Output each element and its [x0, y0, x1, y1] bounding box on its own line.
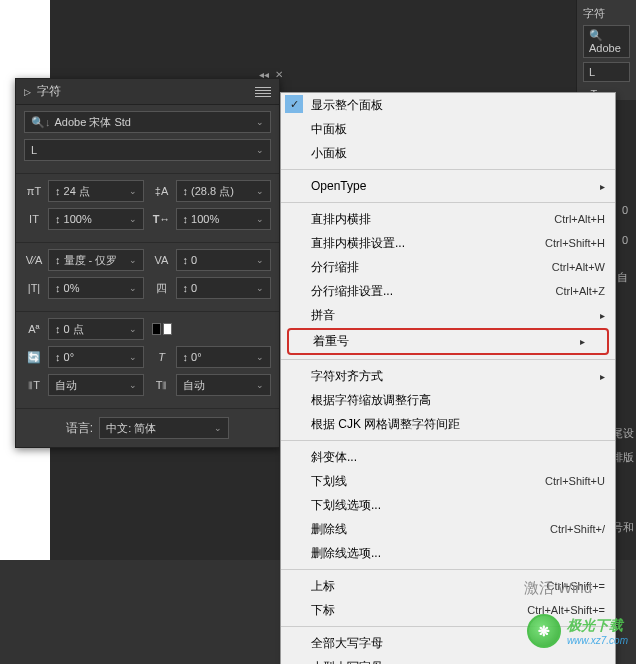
menu-show-full[interactable]: ✓ 显示整个面板 [281, 93, 615, 117]
menu-cjk-grid[interactable]: 根据 CJK 网格调整字符间距 [281, 412, 615, 436]
menu-kenten[interactable]: 着重号▸ [287, 328, 609, 355]
windows-activation-text: 激活 Wind [524, 579, 592, 598]
chevron-down-icon: ⌄ [256, 145, 264, 155]
menu-separator [281, 569, 615, 570]
mojikumi-after-dropdown[interactable]: 自动⌄ [176, 374, 272, 396]
menu-strike-opts[interactable]: 删除线选项... [281, 541, 615, 565]
language-section: 语言: 中文: 简体⌄ [16, 408, 279, 447]
language-label: 语言: [66, 420, 93, 437]
aki-dropdown[interactable]: ↕ 0 点⌄ [48, 318, 144, 340]
menu-separator [281, 202, 615, 203]
font-family-dropdown[interactable]: 🔍↓Adobe 宋体 Std ⌄ [24, 111, 271, 133]
bg-val: 自 [617, 270, 628, 285]
panel-menu-icon[interactable] [255, 86, 271, 98]
skew-dropdown[interactable]: ↕ 0°⌄ [176, 346, 272, 368]
menu-underline-opts[interactable]: 下划线选项... [281, 493, 615, 517]
baseline-dropdown[interactable]: ↕ 0%⌄ [48, 277, 144, 299]
menu-opentype[interactable]: OpenType▸ [281, 174, 615, 198]
font-size-dropdown[interactable]: ↕ 24 点⌄ [48, 180, 144, 202]
menu-show-mid[interactable]: 中面板 [281, 117, 615, 141]
submenu-arrow-icon: ▸ [600, 310, 605, 321]
panel-titlebar[interactable]: ▷ 字符 [16, 79, 279, 105]
menu-ruby[interactable]: 拼音▸ [281, 303, 615, 327]
collapse-icon[interactable]: ◂◂ [259, 69, 269, 80]
menu-warichu-settings[interactable]: 分行缩排设置...Ctrl+Alt+Z [281, 279, 615, 303]
bg-val: 0 [622, 204, 628, 216]
mini-char-panel: 字符 🔍Adobe L πT [576, 0, 636, 100]
color-swatches-icon[interactable] [152, 321, 172, 337]
menu-show-small[interactable]: 小面板 [281, 141, 615, 165]
menu-separator [281, 626, 615, 627]
submenu-arrow-icon: ▸ [580, 336, 585, 347]
kerning-icon: V⁄A [24, 252, 44, 268]
mini-weight[interactable]: L [583, 62, 630, 82]
menu-underline[interactable]: 下划线Ctrl+Shift+U [281, 469, 615, 493]
menu-strike[interactable]: 删除线Ctrl+Shift+/ [281, 517, 615, 541]
hscale-icon: T↔ [152, 211, 172, 227]
panel-title: 字符 [37, 83, 61, 100]
aki-icon: Aª [24, 321, 44, 337]
chevron-down-icon: ⌄ [256, 117, 264, 127]
vscale-dropdown[interactable]: ↕ 100%⌄ [48, 208, 144, 230]
font-section: 🔍↓Adobe 宋体 Std ⌄ L ⌄ [16, 105, 279, 173]
language-dropdown[interactable]: 中文: 简体⌄ [99, 417, 229, 439]
menu-prop-metrics[interactable]: 根据字符缩放调整行高 [281, 388, 615, 412]
mini-title: 字符 [583, 6, 630, 21]
submenu-arrow-icon: ▸ [600, 181, 605, 192]
menu-subscript[interactable]: 下标Ctrl+Alt+Shift+= [281, 598, 615, 622]
mojikumi-after-icon: T⦀ [152, 377, 172, 393]
vscale-icon: IT [24, 211, 44, 227]
mini-font[interactable]: 🔍Adobe [583, 25, 630, 58]
kerning-dropdown[interactable]: ↕ 量度 - 仅罗⌄ [48, 249, 144, 271]
menu-smallcaps[interactable]: 小型大写字母 [281, 655, 615, 664]
menu-char-align[interactable]: 字符对齐方式▸ [281, 364, 615, 388]
size-section: πT ↕ 24 点⌄ ‡A ↕ (28.8 点)⌄ IT ↕ 100%⌄ T↔ … [16, 173, 279, 242]
leading-dropdown[interactable]: ↕ (28.8 点)⌄ [176, 180, 272, 202]
character-panel: ◂◂ ✕ ▷ 字符 🔍↓Adobe 宋体 Std ⌄ L ⌄ πT ↕ 24 点 [15, 78, 280, 448]
baseline-icon: |T| [24, 280, 44, 296]
search-icon: 🔍↓ [31, 116, 51, 128]
menu-warichu[interactable]: 分行缩排Ctrl+Alt+W [281, 255, 615, 279]
menu-separator [281, 359, 615, 360]
rotate-icon: 🔄 [24, 349, 44, 365]
mojikumi-before-dropdown[interactable]: 自动⌄ [48, 374, 144, 396]
tracking-dropdown[interactable]: ↕ 0⌄ [176, 249, 272, 271]
tsume-icon: 四 [152, 280, 172, 296]
menu-separator [281, 440, 615, 441]
menu-separator [281, 169, 615, 170]
close-icon[interactable]: ✕ [275, 69, 283, 80]
expand-icon[interactable]: ▷ [24, 87, 31, 97]
hscale-dropdown[interactable]: ↕ 100%⌄ [176, 208, 272, 230]
menu-allcaps[interactable]: 全部大写字母 [281, 631, 615, 655]
rotate-dropdown[interactable]: ↕ 0°⌄ [48, 346, 144, 368]
menu-tcy-settings[interactable]: 直排内横排设置...Ctrl+Shift+H [281, 231, 615, 255]
font-weight-dropdown[interactable]: L ⌄ [24, 139, 271, 161]
kerning-section: V⁄A ↕ 量度 - 仅罗⌄ VA ↕ 0⌄ |T| ↕ 0%⌄ 四 ↕ 0⌄ [16, 242, 279, 311]
tracking-icon: VA [152, 252, 172, 268]
tsume-dropdown[interactable]: ↕ 0⌄ [176, 277, 272, 299]
bg-val: 0 [622, 234, 628, 246]
font-size-icon: πT [24, 183, 44, 199]
panel-window-controls[interactable]: ◂◂ ✕ [259, 69, 283, 80]
leading-icon: ‡A [152, 183, 172, 199]
submenu-arrow-icon: ▸ [600, 371, 605, 382]
menu-tcy[interactable]: 直排内横排Ctrl+Alt+H [281, 207, 615, 231]
mojikumi-before-icon: ⦀T [24, 377, 44, 393]
menu-italic[interactable]: 斜变体... [281, 445, 615, 469]
check-icon: ✓ [285, 95, 303, 113]
skew-icon: T [152, 349, 172, 365]
aki-section: Aª ↕ 0 点⌄ 🔄 ↕ 0°⌄ T ↕ 0°⌄ ⦀T [16, 311, 279, 408]
